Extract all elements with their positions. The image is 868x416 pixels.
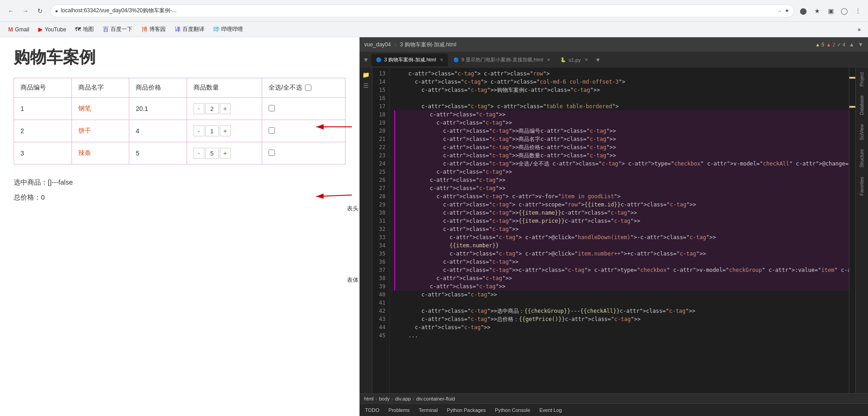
th-name: 商品名字	[71, 78, 129, 98]
qty-value-1: 2	[205, 103, 219, 114]
back-button[interactable]: ←	[5, 5, 17, 17]
bookmark-youtube[interactable]: ▶ YouTube	[35, 24, 70, 35]
info-section: 选中商品：[]---false 总价格：0	[14, 178, 345, 202]
account-icon[interactable]: ◯	[839, 5, 850, 16]
sidebar-right-database[interactable]: Database	[858, 93, 865, 118]
cell-check-3	[262, 142, 345, 165]
qty-plus-2[interactable]: +	[220, 125, 231, 136]
bookmark-bilibili-label: 哔哩哔哩	[221, 25, 243, 33]
bookmark-maps[interactable]: 🗺 地图	[71, 24, 97, 35]
ide-chevron-up[interactable]: ▲	[849, 41, 854, 48]
error-count: ▲ 2	[826, 42, 835, 47]
qty-control-3: - 5 +	[193, 148, 255, 159]
breadcrumb-sep1: ›	[376, 396, 377, 401]
ide-sidebar-right: Project Database SciView Structure Favor…	[855, 68, 868, 393]
ide-tab-2-label: 9 显示热门电影小案例-直接加载.html	[462, 56, 543, 63]
th-select: 全选/全不选	[262, 78, 345, 97]
cell-price-2: 4	[129, 120, 187, 142]
gmail-icon: M	[8, 26, 13, 33]
bookmark-cnblogs[interactable]: 博 博客园	[138, 24, 169, 35]
ide-tab-3-label: s1.py	[569, 57, 580, 63]
share-icon[interactable]: ⬤	[798, 5, 809, 16]
selected-info: 选中商品：[]---false	[14, 178, 345, 187]
ide-tab-2[interactable]: 🔵 9 显示热门电影小案例-直接加载.html ✕	[449, 54, 555, 66]
tab-2-close[interactable]: ✕	[547, 57, 550, 62]
cell-qty-3: - 5 +	[187, 142, 262, 165]
bottom-tab-todo[interactable]: TODO	[361, 406, 383, 415]
bookmark-youtube-label: YouTube	[45, 26, 66, 33]
bookmark-bilibili[interactable]: 哔 哔哩哔哩	[210, 24, 247, 35]
cell-name-3: 辣条	[71, 142, 129, 165]
qty-value-3: 5	[205, 148, 219, 159]
cell-check-2	[262, 120, 345, 142]
ide-titlebar: vue_day04 › 3 购物车案例-加减.html ▲ 5 ▲ 2 ✓ 4 …	[360, 37, 868, 52]
sidebar-right-favorites[interactable]: Favorites	[858, 174, 865, 198]
maps-icon: 🗺	[75, 26, 81, 33]
tab-3-close[interactable]: ✕	[584, 57, 588, 62]
breadcrumb-sep3: ›	[413, 396, 415, 401]
qty-plus-3[interactable]: +	[220, 148, 231, 159]
sidebar-right-project[interactable]: Project	[858, 70, 865, 89]
row-checkbox-1[interactable]	[269, 105, 275, 111]
reload-button[interactable]: ↻	[34, 5, 46, 17]
cell-price-1: 20.1	[129, 98, 187, 120]
qty-minus-3[interactable]: -	[193, 148, 204, 159]
star-icon[interactable]: ★	[812, 5, 822, 16]
sidebar-right-structure[interactable]: Structure	[858, 146, 865, 170]
qty-plus-1[interactable]: +	[220, 103, 231, 114]
ide-tab-active[interactable]: 🔵 3 购物车案例-加减.html ✕	[371, 54, 448, 66]
cell-name-1: 钢笔	[71, 98, 129, 120]
bottom-tab-python-packages[interactable]: Python Packages	[443, 406, 490, 415]
file-icon-2: 🔵	[453, 57, 459, 62]
code-content[interactable]: c-attr">class="c-tag"> c-attr">class="ro…	[390, 68, 849, 393]
bottom-tab-event-log[interactable]: Event Log	[536, 406, 566, 415]
bottom-tab-python-console[interactable]: Python Console	[491, 406, 534, 415]
bookmark-cnblogs-label: 博客园	[149, 25, 166, 33]
qty-minus-2[interactable]: -	[193, 125, 204, 136]
th-id: 商品编号	[14, 78, 72, 98]
ide-title-sep: ›	[395, 41, 396, 48]
bookmark-baidu[interactable]: 百 百度一下	[99, 24, 136, 35]
window-icon[interactable]: ▣	[825, 5, 836, 16]
ide-tabs: ▼ 🔵 3 购物车案例-加减.html ✕ 🔵 9 显示热门电影小案例-直接加载…	[360, 52, 868, 68]
bottom-tab-problems[interactable]: Problems	[385, 406, 413, 415]
project-sidebar-icon[interactable]: 📁	[361, 70, 371, 80]
select-all-label: 全选/全不选	[269, 84, 302, 92]
bookmark-translate[interactable]: 译 百度翻译	[171, 24, 208, 35]
nav-buttons: ← → ↻	[5, 5, 46, 17]
code-editor: 1314151617181920212223242526272829303132…	[372, 68, 855, 393]
breadcrumb-div-app: div.app	[395, 396, 411, 401]
page-title: 购物车案例	[14, 46, 345, 69]
scroll-warning-indicator	[849, 77, 855, 79]
qty-minus-1[interactable]: -	[193, 103, 204, 114]
sidebar-right-sciview[interactable]: SciView	[858, 121, 865, 143]
ide-panel: vue_day04 › 3 购物车案例-加减.html ▲ 5 ▲ 2 ✓ 4 …	[360, 37, 868, 416]
bottom-tab-terminal[interactable]: Terminal	[415, 406, 442, 415]
bookmark-gmail-label: Gmail	[15, 26, 29, 33]
address-bar[interactable]: ● localhost:63342/vue_day04/3%20购物车案例-..…	[50, 5, 794, 17]
row-checkbox-2[interactable]	[269, 127, 275, 134]
structure-sidebar-icon[interactable]: ☰	[361, 80, 371, 90]
cell-id-1: 1	[14, 98, 72, 120]
select-all-checkbox[interactable]	[305, 85, 311, 91]
menu-icon[interactable]: ⋮	[853, 5, 863, 16]
code-scrollbar[interactable]	[849, 68, 855, 393]
ide-tab-3[interactable]: 🐍 s1.py ✕	[556, 54, 592, 66]
qty-control-2: - 1 +	[193, 125, 255, 136]
breadcrumb-html: html	[364, 396, 374, 401]
browser-chrome: ← → ↻ ● localhost:63342/vue_day04/3%20购物…	[0, 0, 868, 22]
main-container: 购物车案例 商品编号 商品名字 商品价格 商品数量 全选/全不选 1	[0, 37, 868, 416]
tab-1-close[interactable]: ✕	[440, 57, 443, 62]
file-icon-3: 🐍	[560, 57, 566, 62]
ok-count: ✓ 4	[837, 42, 845, 48]
breadcrumb-sep2: ›	[391, 396, 393, 401]
cell-name-2: 饼干	[71, 120, 129, 142]
row-checkbox-3[interactable]	[269, 150, 275, 156]
bookmark-gmail[interactable]: M Gmail	[5, 24, 33, 35]
bilibili-icon: 哔	[213, 25, 219, 34]
tabs-scroll-right[interactable]: ▼	[594, 55, 603, 65]
tabs-collapse-arrow[interactable]: ▼	[361, 56, 371, 63]
forward-button[interactable]: →	[19, 5, 32, 17]
bookmarks-more-button[interactable]: »	[855, 25, 863, 35]
ide-chevron-down[interactable]: ▼	[858, 41, 863, 48]
